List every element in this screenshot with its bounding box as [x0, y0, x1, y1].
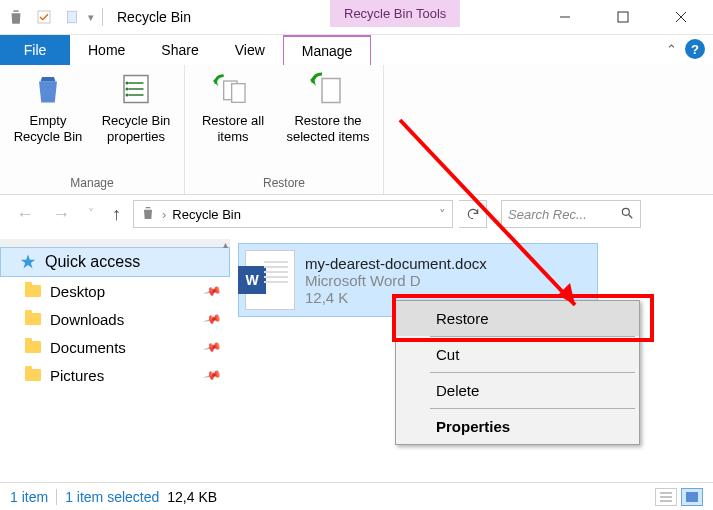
- window-title: Recycle Bin: [117, 9, 191, 25]
- status-size: 12,4 KB: [167, 489, 217, 505]
- sidebar-label: Quick access: [45, 253, 140, 271]
- svg-rect-23: [686, 492, 698, 502]
- qat-dropdown-icon[interactable]: ▾: [88, 11, 94, 24]
- details-view-button[interactable]: [655, 488, 677, 506]
- recycle-bin-small-icon: [140, 205, 156, 224]
- svg-rect-0: [38, 11, 50, 23]
- tab-share[interactable]: Share: [143, 35, 216, 65]
- empty-recycle-bin-button[interactable]: Empty Recycle Bin: [8, 69, 88, 144]
- svg-point-12: [126, 94, 129, 97]
- separator: [56, 489, 57, 505]
- recycle-bin-properties-button[interactable]: Recycle Bin properties: [96, 69, 176, 144]
- sidebar-label: Desktop: [50, 283, 105, 300]
- quick-access-icon: [19, 253, 37, 271]
- quick-access-toolbar: ▾ Recycle Bin: [4, 5, 191, 29]
- maximize-button[interactable]: [605, 3, 641, 31]
- separator: [102, 8, 103, 26]
- up-button[interactable]: ↑: [106, 204, 127, 225]
- group-label: Manage: [70, 174, 113, 192]
- refresh-button[interactable]: [459, 200, 487, 228]
- window-controls: [547, 3, 709, 31]
- tab-view[interactable]: View: [217, 35, 283, 65]
- sidebar-scrollbar[interactable]: ▴: [0, 239, 230, 247]
- pin-icon: 📌: [203, 281, 223, 301]
- folder-icon: [24, 282, 42, 300]
- properties-icon: [116, 69, 156, 109]
- folder-icon: [24, 310, 42, 328]
- context-menu: Restore Cut Delete Properties: [395, 300, 640, 445]
- navigation-bar: ← → ˅ ↑ › Recycle Bin ˅ Search Rec...: [0, 195, 713, 233]
- button-label: Recycle Bin properties: [96, 113, 176, 144]
- restore-all-button[interactable]: Restore all items: [193, 69, 273, 144]
- context-menu-properties[interactable]: Properties: [396, 409, 639, 444]
- svg-point-11: [126, 88, 129, 91]
- svg-rect-1: [67, 11, 76, 23]
- back-button[interactable]: ←: [10, 204, 40, 225]
- ribbon-tabs: File Home Share View Manage ⌃ ?: [0, 35, 713, 65]
- search-icon: [620, 206, 634, 223]
- thumbnails-view-button[interactable]: [681, 488, 703, 506]
- recent-locations-icon[interactable]: ˅: [82, 207, 100, 221]
- recycle-bin-icon: [4, 5, 28, 29]
- minimize-button[interactable]: [547, 3, 583, 31]
- context-menu-delete[interactable]: Delete: [396, 373, 639, 408]
- svg-rect-15: [322, 79, 340, 103]
- status-item-count: 1 item: [10, 489, 48, 505]
- navigation-pane: ▴ Quick access Desktop 📌 Downloads 📌 Doc…: [0, 233, 230, 493]
- sidebar-item-downloads[interactable]: Downloads 📌: [0, 305, 230, 333]
- context-menu-restore[interactable]: Restore: [396, 301, 639, 336]
- button-label: Restore all items: [193, 113, 273, 144]
- chevron-right-icon: ›: [162, 207, 166, 222]
- sidebar-label: Downloads: [50, 311, 124, 328]
- title-bar: ▾ Recycle Bin Recycle Bin Tools: [0, 0, 713, 35]
- sidebar-item-pictures[interactable]: Pictures 📌: [0, 361, 230, 389]
- tab-manage[interactable]: Manage: [283, 35, 372, 65]
- restore-selected-icon: [308, 69, 348, 109]
- close-button[interactable]: [663, 3, 699, 31]
- properties-quick-icon[interactable]: [32, 5, 56, 29]
- view-switcher: [655, 488, 703, 506]
- contextual-tab-header: Recycle Bin Tools: [330, 0, 460, 27]
- file-type: Microsoft Word D: [305, 272, 487, 289]
- forward-button[interactable]: →: [46, 204, 76, 225]
- folder-icon: [24, 338, 42, 356]
- folder-icon: [24, 366, 42, 384]
- collapse-ribbon-icon[interactable]: ⌃: [666, 42, 677, 57]
- status-selected: 1 item selected: [65, 489, 159, 505]
- document-quick-icon[interactable]: [60, 5, 84, 29]
- ribbon-group-manage: Empty Recycle Bin Recycle Bin properties…: [0, 65, 185, 194]
- button-label: Restore the selected items: [281, 113, 375, 144]
- svg-point-16: [622, 208, 629, 215]
- empty-bin-icon: [28, 69, 68, 109]
- tab-file[interactable]: File: [0, 35, 70, 65]
- pin-icon: 📌: [203, 365, 223, 385]
- address-dropdown-icon[interactable]: ˅: [439, 207, 446, 222]
- sidebar-item-desktop[interactable]: Desktop 📌: [0, 277, 230, 305]
- svg-rect-14: [232, 84, 245, 103]
- help-icon[interactable]: ?: [685, 39, 705, 59]
- address-bar[interactable]: › Recycle Bin ˅: [133, 200, 453, 228]
- ribbon: Empty Recycle Bin Recycle Bin properties…: [0, 65, 713, 195]
- sidebar-label: Documents: [50, 339, 126, 356]
- pin-icon: 📌: [203, 337, 223, 357]
- restore-selected-button[interactable]: Restore the selected items: [281, 69, 375, 144]
- svg-line-17: [629, 214, 633, 218]
- status-bar: 1 item 1 item selected 12,4 KB: [0, 482, 713, 510]
- tab-home[interactable]: Home: [70, 35, 143, 65]
- search-placeholder: Search Rec...: [508, 207, 587, 222]
- search-box[interactable]: Search Rec...: [501, 200, 641, 228]
- ribbon-group-restore: Restore all items Restore the selected i…: [185, 65, 384, 194]
- file-metadata: my-dearest-document.docx Microsoft Word …: [305, 255, 487, 306]
- restore-all-icon: [213, 69, 253, 109]
- sidebar-item-quick-access[interactable]: Quick access: [0, 247, 230, 277]
- sidebar-item-documents[interactable]: Documents 📌: [0, 333, 230, 361]
- address-text: Recycle Bin: [172, 207, 241, 222]
- sidebar-label: Pictures: [50, 367, 104, 384]
- word-document-icon: W: [245, 250, 295, 310]
- svg-point-10: [126, 82, 129, 85]
- file-name: my-dearest-document.docx: [305, 255, 487, 272]
- svg-rect-3: [618, 12, 628, 22]
- pin-icon: 📌: [203, 309, 223, 329]
- group-label: Restore: [263, 174, 305, 192]
- context-menu-cut[interactable]: Cut: [396, 337, 639, 372]
